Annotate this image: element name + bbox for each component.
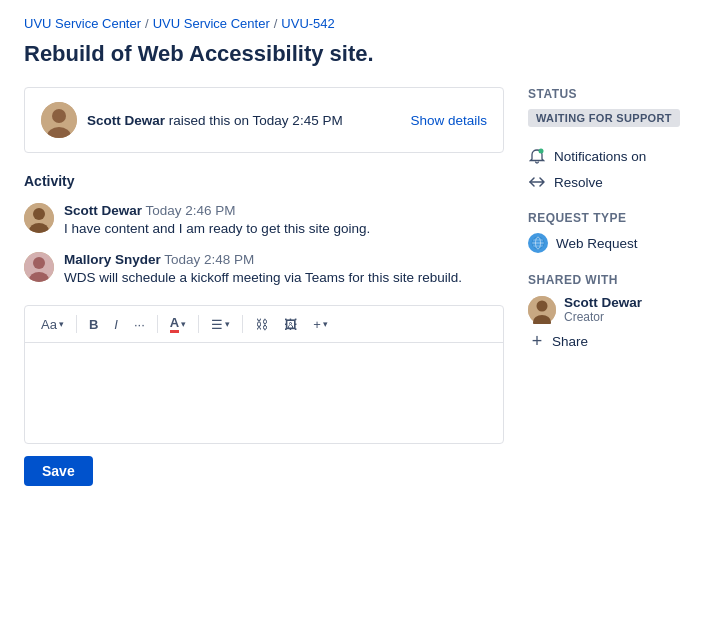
bold-button[interactable]: B: [83, 314, 104, 335]
request-type-section-title: Request type: [528, 211, 688, 225]
resolve-icon: [528, 173, 546, 191]
avatar: [41, 102, 77, 138]
request-type-section: Request type Web Request: [528, 211, 688, 253]
editor-body[interactable]: [25, 343, 503, 443]
shared-person-info: Scott Dewar Creator: [564, 295, 642, 324]
italic-button[interactable]: I: [108, 314, 124, 335]
breadcrumb-link-3[interactable]: UVU-542: [281, 16, 334, 31]
shared-person-role: Creator: [564, 310, 642, 324]
avatar: [24, 203, 54, 233]
raiser-name: Scott Dewar: [87, 113, 165, 128]
svg-point-16: [537, 300, 548, 311]
font-size-button[interactable]: Aa ▾: [35, 314, 70, 335]
chevron-down-icon: ▾: [323, 319, 328, 329]
comment-text: WDS will schedule a kickoff meeting via …: [64, 270, 504, 285]
list-item: Scott Dewar Today 2:46 PM I have content…: [24, 203, 504, 236]
comment-header: Scott Dewar Today 2:46 PM: [64, 203, 504, 218]
svg-point-7: [33, 257, 45, 269]
chevron-down-icon: ▾: [181, 319, 186, 329]
comment-list: Scott Dewar Today 2:46 PM I have content…: [24, 203, 504, 285]
chevron-down-icon: ▾: [59, 319, 64, 329]
comment-text: I have content and I am ready to get thi…: [64, 221, 504, 236]
text-color-button[interactable]: A ▾: [164, 312, 192, 336]
request-type-label: Web Request: [556, 236, 638, 251]
image-button[interactable]: 🖼: [278, 314, 303, 335]
toolbar-separator: [198, 315, 199, 333]
main-content: Scott Dewar raised this on Today 2:45 PM…: [24, 87, 504, 486]
comment-body: Scott Dewar Today 2:46 PM I have content…: [64, 203, 504, 236]
toolbar-separator: [242, 315, 243, 333]
status-section: Status WAITING FOR SUPPORT: [528, 87, 688, 127]
breadcrumb-link-2[interactable]: UVU Service Center: [153, 16, 270, 31]
notification-icon: [528, 147, 546, 165]
notifications-action[interactable]: Notifications on: [528, 147, 688, 165]
svg-point-4: [33, 208, 45, 220]
comment-time: Today 2:48 PM: [164, 252, 254, 267]
raised-info: Scott Dewar raised this on Today 2:45 PM: [41, 102, 343, 138]
avatar: [24, 252, 54, 282]
raised-description: raised this on Today 2:45 PM: [169, 113, 343, 128]
comment-author: Scott Dewar: [64, 203, 142, 218]
chevron-down-icon: ▾: [225, 319, 230, 329]
list-item: Mallory Snyder Today 2:48 PM WDS will sc…: [24, 252, 504, 285]
shared-with-row: Scott Dewar Creator: [528, 295, 688, 324]
toolbar-separator: [76, 315, 77, 333]
resolve-label: Resolve: [554, 175, 603, 190]
toolbar-separator: [157, 315, 158, 333]
comment-body: Mallory Snyder Today 2:48 PM WDS will sc…: [64, 252, 504, 285]
request-type-row: Web Request: [528, 233, 688, 253]
svg-point-1: [52, 109, 66, 123]
save-button[interactable]: Save: [24, 456, 93, 486]
shared-with-section: Shared with Scott Dewar Creator + Share: [528, 273, 688, 350]
main-layout: Scott Dewar raised this on Today 2:45 PM…: [24, 87, 688, 486]
breadcrumb-link-1[interactable]: UVU Service Center: [24, 16, 141, 31]
share-action[interactable]: + Share: [528, 332, 688, 350]
list-button[interactable]: ☰ ▾: [205, 314, 236, 335]
comment-author: Mallory Snyder: [64, 252, 161, 267]
shared-with-section-title: Shared with: [528, 273, 688, 287]
comment-header: Mallory Snyder Today 2:48 PM: [64, 252, 504, 267]
insert-more-button[interactable]: + ▾: [307, 314, 334, 335]
shared-avatar: [528, 296, 556, 324]
raised-text: Scott Dewar raised this on Today 2:45 PM: [87, 113, 343, 128]
comment-time: Today 2:46 PM: [146, 203, 236, 218]
svg-point-9: [539, 149, 544, 154]
editor-toolbar: Aa ▾ B I ··· A ▾: [25, 306, 503, 343]
more-button[interactable]: ···: [128, 314, 151, 335]
link-button[interactable]: ⛓: [249, 314, 274, 335]
notifications-label: Notifications on: [554, 149, 646, 164]
share-label: Share: [552, 334, 588, 349]
show-details-link[interactable]: Show details: [410, 113, 487, 128]
breadcrumb: UVU Service Center / UVU Service Center …: [24, 16, 688, 31]
plus-icon: +: [528, 332, 546, 350]
raised-card: Scott Dewar raised this on Today 2:45 PM…: [24, 87, 504, 153]
sidebar: Status WAITING FOR SUPPORT Notifications…: [528, 87, 688, 486]
editor-container: Aa ▾ B I ··· A ▾: [24, 305, 504, 444]
globe-icon: [528, 233, 548, 253]
page-title: Rebuild of Web Accessibility site.: [24, 41, 688, 67]
activity-label: Activity: [24, 173, 504, 189]
status-badge: WAITING FOR SUPPORT: [528, 109, 680, 127]
status-section-title: Status: [528, 87, 688, 101]
shared-person-name: Scott Dewar: [564, 295, 642, 310]
resolve-action[interactable]: Resolve: [528, 173, 688, 191]
